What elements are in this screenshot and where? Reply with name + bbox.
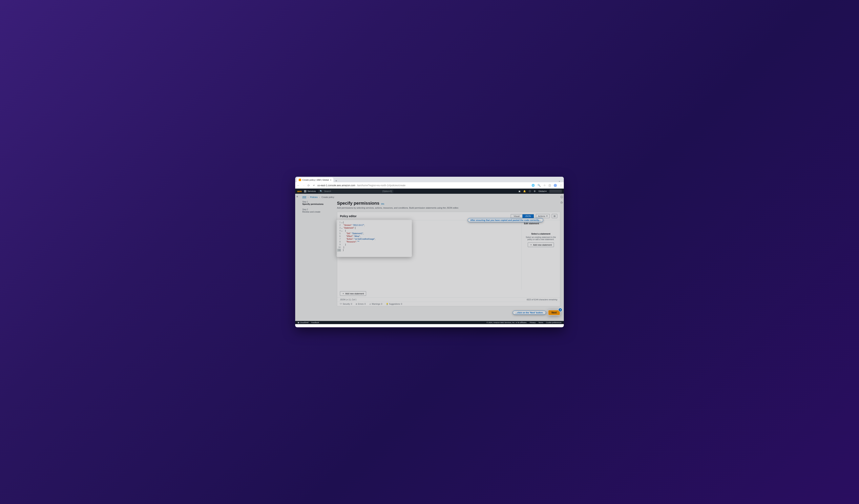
- chevron-right-icon: ›: [308, 196, 308, 198]
- select-statement-title: Select a statement: [524, 233, 558, 235]
- cursor-position: JSON Ln 11, Col 1: [340, 299, 357, 301]
- page-title: Specify permissions Info: [337, 201, 560, 206]
- tutorial-step-badge: 4: [558, 308, 562, 312]
- caret-down-icon: ▾: [546, 215, 547, 217]
- back-button[interactable]: ←: [297, 184, 300, 187]
- wizard-steps: Step 1 Specify permissions Step 2 Review…: [302, 201, 333, 316]
- breadcrumb: IAM › Policies › Create policy: [302, 196, 560, 198]
- aws-nav-bar: aws Services 🔍 Search [Option+S] ▣ 🔔 ⓘ ⚙…: [295, 188, 564, 194]
- services-grid-icon: [304, 190, 306, 193]
- step-label: Specify permissions: [302, 203, 333, 205]
- sidebar-toggle-icon[interactable]: ≡: [296, 195, 298, 198]
- new-tab-button[interactable]: +: [333, 179, 339, 182]
- aws-nav-right: ▣ 🔔 ⓘ ⚙ Global ▾: [518, 189, 562, 193]
- char-count: 6023 of 6144 characters remaining: [527, 299, 557, 301]
- aws-search[interactable]: 🔍 Search [Option+S]: [318, 189, 393, 193]
- site-info-icon[interactable]: ⇄: [312, 184, 315, 186]
- services-menu[interactable]: Services: [304, 190, 316, 193]
- settings-icon[interactable]: ⚙: [534, 190, 536, 193]
- suggestions-badge[interactable]: 💡 Suggestions: 0: [386, 303, 402, 305]
- feedback-link[interactable]: Feedback: [311, 322, 319, 323]
- next-button[interactable]: Next 4: [548, 310, 560, 316]
- content: IAM › Policies › Create policy Step 1 Sp…: [295, 194, 564, 324]
- tab-dropdown-icon[interactable]: ⌄: [557, 179, 562, 182]
- format-icon-button[interactable]: ▤: [552, 214, 557, 218]
- main-column: Specify permissions Info Add permissions…: [337, 201, 560, 316]
- aws-favicon: [299, 179, 301, 181]
- breadcrumb-policies[interactable]: Policies: [310, 196, 318, 198]
- cloudshell-icon[interactable]: ▣: [518, 190, 521, 193]
- menu-icon[interactable]: ⋮: [560, 184, 562, 187]
- editor-controls: Visual JSON Actions ▾ ▤: [511, 214, 557, 218]
- tutorial-callout-editor: After ensuring that you have copied and …: [468, 218, 543, 222]
- editor-status-bar: JSON Ln 11, Col 1 6023 of 6144 character…: [337, 297, 560, 302]
- services-label: Services: [307, 190, 316, 193]
- breadcrumb-iam[interactable]: IAM: [302, 196, 306, 198]
- close-tab-icon[interactable]: ×: [330, 179, 332, 182]
- wizard-step-1[interactable]: Step 1 Specify permissions: [302, 201, 333, 205]
- page-subtitle: Add permissions by selecting services, a…: [337, 207, 560, 209]
- warnings-badge[interactable]: ⚠ Warnings: 0: [369, 303, 382, 305]
- visual-mode-button[interactable]: Visual: [511, 214, 523, 218]
- plus-icon: ＋: [342, 292, 344, 295]
- notifications-icon[interactable]: 🔔: [523, 190, 526, 193]
- clock-rail-icon[interactable]: ◷: [560, 201, 563, 204]
- plus-icon: ＋: [530, 243, 532, 246]
- tab-strip: Create policy | IAM | Global × + ⌄: [295, 177, 564, 182]
- url-field[interactable]: us-east-1.console.aws.amazon.com/iam/hom…: [317, 184, 529, 187]
- reload-button[interactable]: ⟳: [307, 184, 310, 187]
- search-placeholder: Search: [324, 190, 331, 193]
- copyright: © 2024, Amazon Web Services, Inc. or its…: [486, 322, 527, 323]
- add-statement-button-bottom[interactable]: ＋ Add new statement: [340, 291, 366, 296]
- cloudshell-link[interactable]: ▣ CloudShell: [298, 322, 308, 323]
- url-bar: ← → ⟳ ⇄ us-east-1.console.aws.amazon.com…: [295, 182, 564, 188]
- select-statement-sub: Select an existing statement in the poli…: [524, 236, 558, 241]
- info-rail-icon[interactable]: ⓘ: [560, 195, 563, 199]
- json-mode-button[interactable]: JSON: [523, 214, 534, 218]
- statement-panel: Edit statement Select a statement Select…: [522, 220, 560, 290]
- cookies-link[interactable]: Cookie preferences: [546, 322, 561, 323]
- step-label: Review and create: [302, 211, 333, 213]
- url-actions: 🌐 🔍 ☆ ◫ ⋮: [531, 184, 562, 187]
- aws-logo[interactable]: aws: [297, 190, 302, 193]
- search-icon: 🔍: [320, 190, 322, 193]
- validation-bar: 🛡 Security: 0 ⊘ Errors: 0 ⚠ Warnings: 0 …: [337, 302, 560, 306]
- account-menu[interactable]: [549, 189, 562, 193]
- errors-badge[interactable]: ⊘ Errors: 0: [356, 303, 365, 305]
- zoom-icon[interactable]: 🔍: [538, 184, 541, 187]
- tab-title: Create policy | IAM | Global: [302, 179, 329, 181]
- line-numbers: 1▾ 2 3▾ 4▾ 5 6 7 8 9: [337, 221, 342, 251]
- editor-mode-toggle: Visual JSON: [511, 214, 534, 218]
- step-number: Step 1: [302, 201, 333, 203]
- url-path: /iam/home?region=eu-north-1#/policies/cr…: [357, 184, 405, 187]
- code-editor[interactable]: 1▾ 2 3▾ 4▾ 5 6 7 8 9: [337, 220, 522, 290]
- browser-tab[interactable]: Create policy | IAM | Global ×: [297, 178, 333, 182]
- translate-icon[interactable]: 🌐: [531, 184, 535, 187]
- aws-footer: ▣ CloudShell Feedback © 2024, Amazon Web…: [295, 321, 564, 324]
- step-number: Step 2: [302, 209, 333, 211]
- bookmark-icon[interactable]: ☆: [543, 184, 546, 187]
- main-area: ≡ ⓘ ◷ IAM › Policies › Create policy Ste…: [295, 194, 564, 324]
- add-statement-button[interactable]: ＋ Add new statement: [528, 243, 554, 247]
- code-text: { "Version": "2012-10-17", "Statement": …: [342, 221, 375, 251]
- forward-button[interactable]: →: [302, 184, 305, 187]
- url-host: us-east-1.console.aws.amazon.com: [317, 184, 355, 187]
- actions-dropdown[interactable]: Actions ▾: [536, 214, 550, 218]
- policy-editor-card: Policy editor Visual JSON Actions ▾: [337, 212, 560, 306]
- browser-window: Create policy | IAM | Global × + ⌄ ← → ⟳…: [295, 177, 564, 327]
- security-badge[interactable]: 🛡 Security: 0: [340, 303, 352, 305]
- panel-title: Edit statement: [524, 222, 558, 225]
- tutorial-callout-next: ...click on the 'Next' button.: [513, 311, 546, 315]
- right-rail-icons: ⓘ ◷: [560, 195, 563, 204]
- info-link[interactable]: Info: [381, 203, 384, 205]
- privacy-link[interactable]: Privacy: [530, 322, 536, 323]
- profile-icon[interactable]: [554, 184, 557, 187]
- panel-icon[interactable]: ◫: [548, 184, 551, 187]
- terms-link[interactable]: Terms: [538, 322, 543, 323]
- editor-title: Policy editor: [340, 215, 357, 218]
- breadcrumb-current: Create policy: [321, 196, 334, 198]
- help-icon[interactable]: ⓘ: [529, 190, 531, 193]
- region-selector[interactable]: Global ▾: [539, 190, 546, 193]
- wizard-step-2[interactable]: Step 2 Review and create: [302, 209, 333, 213]
- search-hint: [Option+S]: [382, 190, 392, 193]
